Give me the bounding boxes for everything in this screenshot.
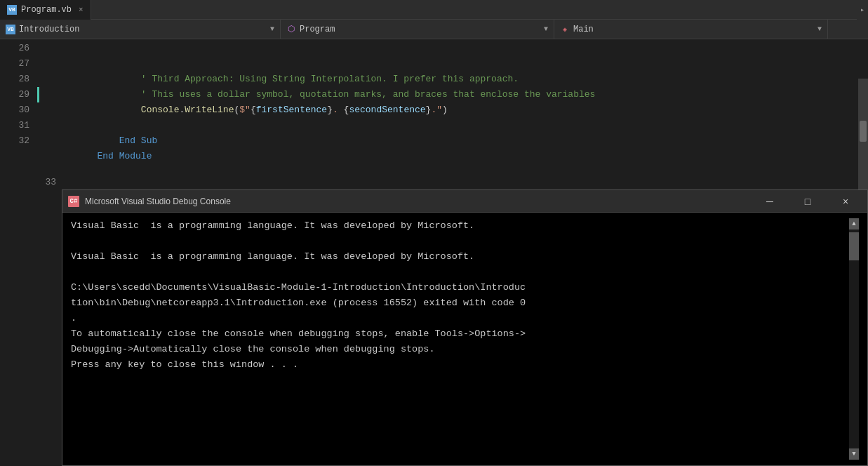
console-scrollbar[interactable]: ▲ ▼	[849, 218, 859, 460]
namespace-chevron: ▼	[270, 25, 274, 33]
code-line-27: ' Third Approach: Using String Interpola…	[48, 56, 868, 72]
code-content[interactable]: ' Third Approach: Using String Interpola…	[48, 39, 868, 189]
module-chevron: ▼	[544, 25, 548, 33]
console-scroll-thumb	[849, 232, 859, 260]
console-text-area: Visual Basic is a programming language. …	[71, 218, 846, 460]
tab-scrollbar[interactable]: ▸	[857, 0, 868, 20]
console-title: Microsoft Visual Studio Debug Console	[85, 197, 748, 206]
console-app-icon: C#	[68, 196, 79, 207]
method-dropdown[interactable]: ◈ Main ▼	[554, 20, 828, 39]
vb-file-icon: VB	[7, 5, 17, 15]
console-line-1: Visual Basic is a programming language. …	[71, 218, 846, 234]
debug-console-window: C# Microsoft Visual Studio Debug Console…	[62, 189, 868, 466]
line-gutter	[35, 39, 48, 189]
code-editor: 26 27 28 29 30 31 32 ' Third Approach:	[0, 39, 868, 189]
module-dropdown[interactable]: ⬡ Program ▼	[281, 20, 554, 39]
console-scroll-track	[849, 229, 859, 448]
navigation-dropdown-bar: VB Introduction ▼ ⬡ Program ▼ ◈ Main ▼	[0, 20, 868, 39]
console-titlebar: C# Microsoft Visual Studio Debug Console…	[62, 190, 867, 213]
code-line-32: End Module	[48, 133, 868, 149]
editor-scrollbar[interactable]	[858, 79, 868, 189]
console-line-3: Visual Basic is a programming language. …	[71, 249, 846, 265]
console-line-8: To automatically close the console when …	[71, 326, 846, 342]
tab-filename: Program.vb	[21, 5, 72, 15]
tab-bar: VB Program.vb × ▸	[0, 0, 868, 20]
line-numbers: 26 27 28 29 30 31 32	[0, 39, 35, 189]
console-line-2	[71, 234, 846, 249]
method-label: Main	[573, 25, 594, 34]
console-line-4	[71, 265, 846, 280]
console-line-9: Debugging->Automatically close the conso…	[71, 342, 846, 357]
code-line-26	[48, 41, 868, 56]
console-line-7: .	[71, 311, 846, 326]
console-minimize-button[interactable]: ─	[754, 194, 786, 208]
namespace-label: Introduction	[19, 25, 79, 34]
console-line-6: tion\bin\Debug\netcoreapp3.1\Introductio…	[71, 295, 846, 311]
method-icon: ◈	[560, 25, 570, 34]
method-chevron: ▼	[817, 25, 822, 33]
console-body: Visual Basic is a programming language. …	[62, 213, 867, 465]
module-label: Program	[300, 25, 335, 34]
editor-scroll-thumb	[860, 121, 867, 142]
tab-close-button[interactable]: ×	[79, 6, 84, 14]
console-line-10: Press any key to close this window . . .	[71, 357, 846, 373]
namespace-icon: VB	[6, 25, 15, 34]
console-maximize-button[interactable]: □	[792, 194, 824, 208]
console-close-button[interactable]: ×	[829, 194, 862, 208]
console-scroll-up-button[interactable]: ▲	[849, 218, 859, 229]
console-line-5: C:\Users\scedd\Documents\VisualBasic-Mod…	[71, 280, 846, 295]
code-line-31: End Sub	[48, 118, 868, 133]
line-number-33: 33	[45, 177, 56, 187]
module-icon: ⬡	[286, 25, 296, 34]
console-scroll-down-button[interactable]: ▼	[849, 448, 859, 460]
namespace-dropdown[interactable]: VB Introduction ▼	[0, 20, 281, 39]
program-tab[interactable]: VB Program.vb ×	[0, 0, 91, 20]
